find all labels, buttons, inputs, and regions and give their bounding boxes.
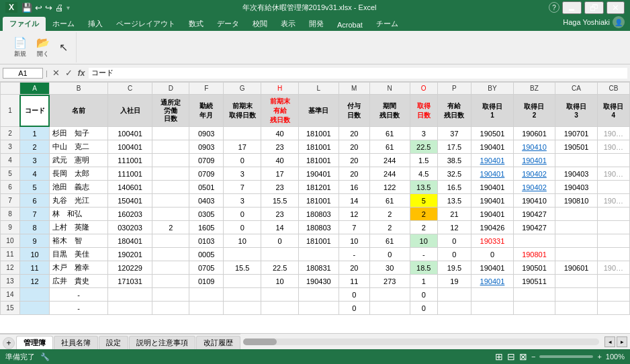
header-taken-date-2[interactable]: 取得日2 <box>513 95 555 127</box>
row-number-3: 3 <box>1 140 20 154</box>
formula-input[interactable]: コード <box>89 68 627 79</box>
insert-function-btn[interactable]: fx <box>76 69 87 78</box>
horizontal-scrollbar[interactable] <box>243 338 599 345</box>
zoom-slider[interactable] <box>539 355 593 358</box>
col-header-L[interactable]: L <box>298 83 339 95</box>
tab-review[interactable]: 校閲 <box>246 17 274 31</box>
sheet-tab-settings[interactable]: 設定 <box>99 336 128 349</box>
tab-formula[interactable]: 数式 <box>182 17 210 31</box>
scroll-thumb[interactable] <box>243 338 277 345</box>
title-bar: X 💾 ↩ ↪ 🖨 ▾ 年次有給休暇管理簿2019v31.xlsx - Exce… <box>0 0 630 15</box>
tab-insert[interactable]: 挿入 <box>81 17 109 31</box>
header-prev-remaining[interactable]: 前期末有給残日数 <box>261 95 298 127</box>
col-header-P[interactable]: P <box>437 83 471 95</box>
redo-button[interactable]: ↪ <box>45 3 52 13</box>
row-number-2: 2 <box>1 127 20 140</box>
spreadsheet-area[interactable]: A B C D F G H L M N O P BY BZ CA CB <box>0 82 630 333</box>
tab-file[interactable]: ファイル <box>3 17 46 31</box>
sheet-tabs: + 管理簿 社員名簿 設定 説明と注意事項 改訂履歴 <box>0 334 240 349</box>
print-button[interactable]: 🖨 <box>55 3 64 13</box>
close-button[interactable]: ✕ <box>606 1 625 14</box>
view-normal-icon[interactable]: ⊞ <box>495 351 503 362</box>
zoom-out-icon[interactable]: − <box>531 353 535 361</box>
header-period-remaining[interactable]: 期間残日数 <box>369 95 410 127</box>
tab-pagelayout[interactable]: ページレイアウト <box>109 17 182 31</box>
tab-home[interactable]: ホーム <box>46 17 81 31</box>
help-icon[interactable]: ? <box>549 2 559 13</box>
header-taken-date-4[interactable]: 取得日4 <box>597 95 629 127</box>
tab-acrobat[interactable]: Acrobat <box>330 19 369 31</box>
sheet-tab-notes[interactable]: 説明と注意事項 <box>129 336 195 349</box>
table-row: 9 8 上村 英隆 030203 2 1605 0 14 180803 7 2 … <box>1 221 630 234</box>
ribbon-toolbar: 📄新規 📂開く ↖ <box>0 31 630 64</box>
col-header-G[interactable]: G <box>223 83 261 95</box>
header-hire-date[interactable]: 入社日 <box>107 95 152 127</box>
confirm-formula-btn[interactable]: ✓ <box>63 68 75 78</box>
col-header-A[interactable]: A <box>19 83 50 95</box>
save-button[interactable]: 💾 <box>21 3 32 13</box>
row-number-12: 12 <box>1 261 20 275</box>
col-header-BZ[interactable]: BZ <box>513 83 555 95</box>
spreadsheet-table: A B C D F G H L M N O P BY BZ CA CB <box>0 82 630 315</box>
header-tenure[interactable]: 勤続年月 <box>189 95 224 127</box>
col-header-M[interactable]: M <box>339 83 369 95</box>
tab-view[interactable]: 表示 <box>274 17 302 31</box>
zoom-in-icon[interactable]: + <box>597 353 601 361</box>
status-bar: 準備完了 🔧 ⊞ ⊟ ⊠ − + 100% <box>0 349 630 364</box>
col-header-D[interactable]: D <box>152 83 189 95</box>
view-page-break-icon[interactable]: ⊠ <box>519 351 527 362</box>
add-sheet-button[interactable]: + <box>3 337 15 349</box>
col-header-CA[interactable]: CA <box>555 83 598 95</box>
zoom-percentage[interactable]: 100% <box>606 353 625 361</box>
col-header-CB[interactable]: CB <box>597 83 629 95</box>
header-work-days[interactable]: 通所定労働日数 <box>152 95 189 127</box>
tab-data[interactable]: データ <box>210 17 246 31</box>
header-taken-date-3[interactable]: 取得日3 <box>555 95 598 127</box>
row-number-5: 5 <box>1 167 20 181</box>
table-row: 4 3 武元 憲明 111001 0709 0 40 181001 20 244… <box>1 154 630 167</box>
sheet-tab-history[interactable]: 改訂履歴 <box>196 336 240 349</box>
cancel-formula-btn[interactable]: ✕ <box>50 68 62 78</box>
quick-access-toolbar[interactable]: 💾 ↩ ↪ 🖨 ▾ <box>21 3 70 13</box>
excel-icon: X <box>5 2 17 13</box>
macro-icon[interactable]: 🔧 <box>40 353 50 361</box>
sheet-tab-kanrisbo[interactable]: 管理簿 <box>16 336 53 349</box>
col-header-N[interactable]: N <box>369 83 410 95</box>
user-avatar[interactable]: 👤 <box>613 16 625 28</box>
scroll-left-btn[interactable]: ◂ <box>604 336 615 347</box>
col-header-F[interactable]: F <box>189 83 224 95</box>
window-title: 年次有給休暇管理簿2019v31.xlsx - Excel <box>70 3 549 13</box>
header-code[interactable]: コード <box>19 95 50 127</box>
header-prev-taken[interactable]: 前期末取得日数 <box>223 95 261 127</box>
header-remaining[interactable]: 有給残日数 <box>437 95 471 127</box>
tool-btn-2[interactable]: 📂開く <box>32 34 54 61</box>
row-number-6: 6 <box>1 181 20 194</box>
header-name[interactable]: 名前 <box>50 95 108 127</box>
formula-bar: A1 | ✕ ✓ fx コード <box>0 64 630 82</box>
row-number-1: 1 <box>1 95 20 127</box>
col-header-B[interactable]: B <box>50 83 108 95</box>
table-row: 3 2 中山 克二 100401 0903 17 23 181001 20 61… <box>1 140 630 154</box>
table-row: 5 4 長岡 太郎 111001 0709 3 17 190401 20 244… <box>1 167 630 181</box>
col-header-C[interactable]: C <box>107 83 152 95</box>
header-taken-date-1[interactable]: 取得日1 <box>471 95 514 127</box>
tool-btn-cursor[interactable]: ↖ <box>55 38 72 57</box>
view-layout-icon[interactable]: ⊟ <box>507 351 515 362</box>
col-header-H[interactable]: H <box>261 83 298 95</box>
header-taken[interactable]: 取得日数 <box>410 95 437 127</box>
scroll-right-btn[interactable]: ▸ <box>617 336 627 347</box>
tab-developer[interactable]: 開発 <box>302 17 330 31</box>
sheet-tab-member[interactable]: 社員名簿 <box>54 336 98 349</box>
tool-btn-1[interactable]: 📄新規 <box>9 34 31 61</box>
col-header-BY[interactable]: BY <box>471 83 514 95</box>
minimize-button[interactable]: 🗕 <box>562 1 582 14</box>
col-header-O[interactable]: O <box>410 83 437 95</box>
undo-button[interactable]: ↩ <box>35 3 42 13</box>
header-granted-days[interactable]: 付与日数 <box>339 95 369 127</box>
cell-reference-box[interactable]: A1 <box>3 68 43 79</box>
tab-team[interactable]: チーム <box>369 17 405 31</box>
restore-button[interactable]: 🗗 <box>584 1 604 14</box>
table-row: 10 9 裕木 智 180401 0103 10 0 181001 10 61 … <box>1 234 630 248</box>
table-row: 14 - 0 0 <box>1 288 630 302</box>
header-base-date[interactable]: 基準日 <box>298 95 339 127</box>
